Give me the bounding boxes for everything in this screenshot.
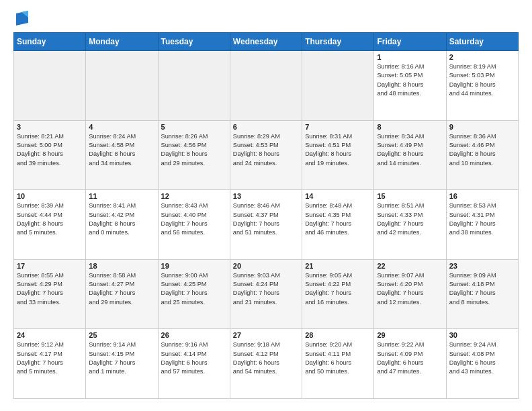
day-number: 27 [233, 331, 299, 339]
logo-icon [16, 11, 28, 26]
calendar-cell: 28Sunrise: 9:20 AMSunset: 4:11 PMDayligh… [302, 329, 374, 399]
calendar-cell: 13Sunrise: 8:46 AMSunset: 4:37 PMDayligh… [230, 190, 302, 260]
day-info: Sunrise: 8:48 AMSunset: 4:35 PMDaylight:… [305, 201, 371, 237]
calendar-cell: 16Sunrise: 8:53 AMSunset: 4:31 PMDayligh… [446, 190, 518, 260]
day-number: 5 [161, 123, 227, 131]
day-number: 28 [305, 331, 371, 339]
day-number: 19 [161, 262, 227, 270]
day-info: Sunrise: 8:21 AMSunset: 5:00 PMDaylight:… [17, 132, 83, 168]
day-info: Sunrise: 9:14 AMSunset: 4:15 PMDaylight:… [89, 340, 154, 376]
day-info: Sunrise: 8:53 AMSunset: 4:31 PMDaylight:… [449, 201, 515, 237]
day-number: 6 [233, 123, 299, 131]
day-info: Sunrise: 8:19 AMSunset: 5:03 PMDaylight:… [449, 62, 515, 98]
day-number: 23 [449, 262, 515, 270]
day-info: Sunrise: 8:34 AMSunset: 4:49 PMDaylight:… [377, 132, 443, 168]
day-number: 8 [377, 123, 443, 131]
logo [13, 11, 28, 26]
day-number: 1 [377, 53, 443, 61]
calendar-cell: 5Sunrise: 8:26 AMSunset: 4:56 PMDaylight… [158, 120, 230, 190]
calendar-cell [230, 51, 302, 121]
day-info: Sunrise: 8:41 AMSunset: 4:42 PMDaylight:… [89, 201, 154, 237]
day-info: Sunrise: 9:16 AMSunset: 4:14 PMDaylight:… [161, 340, 227, 376]
day-info: Sunrise: 8:46 AMSunset: 4:37 PMDaylight:… [233, 201, 299, 237]
calendar-cell: 25Sunrise: 9:14 AMSunset: 4:15 PMDayligh… [86, 329, 158, 399]
calendar-cell: 9Sunrise: 8:36 AMSunset: 4:46 PMDaylight… [446, 120, 518, 190]
calendar-cell: 14Sunrise: 8:48 AMSunset: 4:35 PMDayligh… [302, 190, 374, 260]
day-number: 15 [377, 192, 443, 200]
day-info: Sunrise: 9:09 AMSunset: 4:18 PMDaylight:… [449, 271, 515, 307]
week-row-2: 3Sunrise: 8:21 AMSunset: 5:00 PMDaylight… [14, 120, 519, 190]
calendar-cell: 21Sunrise: 9:05 AMSunset: 4:22 PMDayligh… [302, 259, 374, 329]
day-number: 29 [377, 331, 443, 339]
day-number: 24 [17, 331, 83, 339]
day-number: 13 [233, 192, 299, 200]
day-info: Sunrise: 8:26 AMSunset: 4:56 PMDaylight:… [161, 132, 227, 168]
calendar-cell [302, 51, 374, 121]
day-info: Sunrise: 8:51 AMSunset: 4:33 PMDaylight:… [377, 201, 443, 237]
day-info: Sunrise: 9:00 AMSunset: 4:25 PMDaylight:… [161, 271, 227, 307]
day-info: Sunrise: 9:24 AMSunset: 4:08 PMDaylight:… [449, 340, 515, 376]
col-header-sunday: Sunday [14, 33, 86, 51]
calendar-cell: 24Sunrise: 9:12 AMSunset: 4:17 PMDayligh… [14, 329, 86, 399]
calendar-cell: 19Sunrise: 9:00 AMSunset: 4:25 PMDayligh… [158, 259, 230, 329]
calendar-cell: 18Sunrise: 8:58 AMSunset: 4:27 PMDayligh… [86, 259, 158, 329]
day-number: 21 [305, 262, 371, 270]
calendar-cell: 2Sunrise: 8:19 AMSunset: 5:03 PMDaylight… [446, 51, 518, 121]
day-number: 4 [89, 123, 154, 131]
col-header-tuesday: Tuesday [158, 33, 230, 51]
week-row-3: 10Sunrise: 8:39 AMSunset: 4:44 PMDayligh… [14, 190, 519, 260]
calendar-cell [158, 51, 230, 121]
day-info: Sunrise: 8:31 AMSunset: 4:51 PMDaylight:… [305, 132, 371, 168]
day-info: Sunrise: 9:07 AMSunset: 4:20 PMDaylight:… [377, 271, 443, 307]
day-number: 22 [377, 262, 443, 270]
day-number: 26 [161, 331, 227, 339]
col-header-wednesday: Wednesday [230, 33, 302, 51]
calendar-table: SundayMondayTuesdayWednesdayThursdayFrid… [13, 32, 519, 399]
day-info: Sunrise: 8:55 AMSunset: 4:29 PMDaylight:… [17, 271, 83, 307]
day-info: Sunrise: 9:12 AMSunset: 4:17 PMDaylight:… [17, 340, 83, 376]
day-info: Sunrise: 8:29 AMSunset: 4:53 PMDaylight:… [233, 132, 299, 168]
calendar-cell: 7Sunrise: 8:31 AMSunset: 4:51 PMDaylight… [302, 120, 374, 190]
day-number: 18 [89, 262, 154, 270]
day-info: Sunrise: 8:36 AMSunset: 4:46 PMDaylight:… [449, 132, 515, 168]
day-number: 10 [17, 192, 83, 200]
day-number: 30 [449, 331, 515, 339]
day-number: 25 [89, 331, 154, 339]
calendar-cell: 10Sunrise: 8:39 AMSunset: 4:44 PMDayligh… [14, 190, 86, 260]
day-number: 16 [449, 192, 515, 200]
calendar-cell: 20Sunrise: 9:03 AMSunset: 4:24 PMDayligh… [230, 259, 302, 329]
day-number: 11 [89, 192, 154, 200]
col-header-friday: Friday [374, 33, 446, 51]
calendar-cell: 8Sunrise: 8:34 AMSunset: 4:49 PMDaylight… [374, 120, 446, 190]
day-number: 7 [305, 123, 371, 131]
day-number: 3 [17, 123, 83, 131]
calendar-cell: 29Sunrise: 9:22 AMSunset: 4:09 PMDayligh… [374, 329, 446, 399]
header [13, 11, 519, 26]
day-info: Sunrise: 8:24 AMSunset: 4:58 PMDaylight:… [89, 132, 154, 168]
day-info: Sunrise: 9:05 AMSunset: 4:22 PMDaylight:… [305, 271, 371, 307]
day-number: 9 [449, 123, 515, 131]
calendar-cell: 17Sunrise: 8:55 AMSunset: 4:29 PMDayligh… [14, 259, 86, 329]
col-header-monday: Monday [86, 33, 158, 51]
day-info: Sunrise: 9:20 AMSunset: 4:11 PMDaylight:… [305, 340, 371, 376]
day-number: 14 [305, 192, 371, 200]
day-info: Sunrise: 9:18 AMSunset: 4:12 PMDaylight:… [233, 340, 299, 376]
day-number: 20 [233, 262, 299, 270]
day-number: 12 [161, 192, 227, 200]
calendar-cell: 30Sunrise: 9:24 AMSunset: 4:08 PMDayligh… [446, 329, 518, 399]
week-row-4: 17Sunrise: 8:55 AMSunset: 4:29 PMDayligh… [14, 259, 519, 329]
week-row-1: 1Sunrise: 8:16 AMSunset: 5:05 PMDaylight… [14, 51, 519, 121]
day-info: Sunrise: 9:22 AMSunset: 4:09 PMDaylight:… [377, 340, 443, 376]
calendar-cell: 3Sunrise: 8:21 AMSunset: 5:00 PMDaylight… [14, 120, 86, 190]
day-number: 17 [17, 262, 83, 270]
calendar-cell: 1Sunrise: 8:16 AMSunset: 5:05 PMDaylight… [374, 51, 446, 121]
col-header-saturday: Saturday [446, 33, 518, 51]
calendar-cell: 6Sunrise: 8:29 AMSunset: 4:53 PMDaylight… [230, 120, 302, 190]
calendar-cell: 11Sunrise: 8:41 AMSunset: 4:42 PMDayligh… [86, 190, 158, 260]
day-info: Sunrise: 8:58 AMSunset: 4:27 PMDaylight:… [89, 271, 154, 307]
day-info: Sunrise: 8:43 AMSunset: 4:40 PMDaylight:… [161, 201, 227, 237]
calendar-cell: 4Sunrise: 8:24 AMSunset: 4:58 PMDaylight… [86, 120, 158, 190]
col-header-thursday: Thursday [302, 33, 374, 51]
calendar-cell: 23Sunrise: 9:09 AMSunset: 4:18 PMDayligh… [446, 259, 518, 329]
day-info: Sunrise: 8:16 AMSunset: 5:05 PMDaylight:… [377, 62, 443, 98]
